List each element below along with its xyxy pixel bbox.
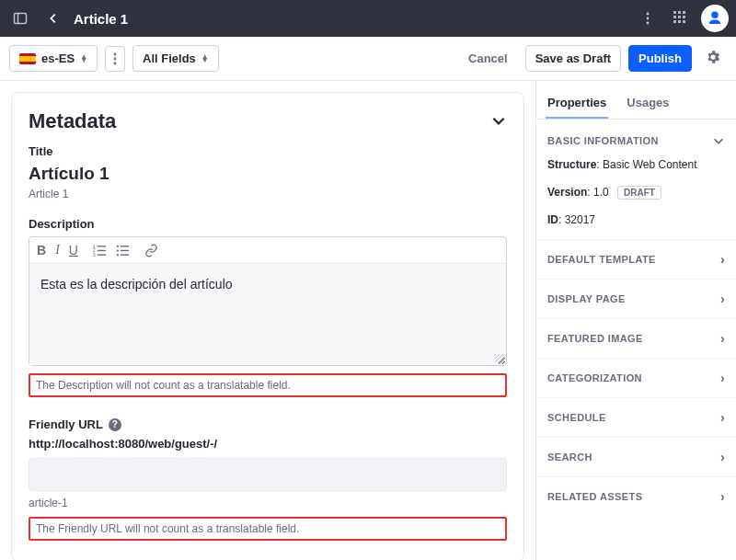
main-content: Metadata Title Artículo 1 Article 1 Desc… (0, 81, 535, 560)
version-label: Version (547, 186, 587, 199)
structure-label: Structure (547, 158, 596, 171)
svg-point-14 (117, 245, 119, 246)
friendly-url-base: http://localhost:8080/web/guest/-/ (29, 437, 507, 451)
ordered-list-button[interactable]: 123 (93, 244, 107, 257)
user-icon (707, 10, 723, 27)
toolbar-options-button[interactable] (105, 46, 125, 72)
panel-icon (13, 11, 28, 26)
bold-button[interactable]: B (37, 243, 46, 257)
tab-properties[interactable]: Properties (546, 88, 608, 119)
version-row: Version: 1.0 DRAFT (536, 182, 736, 202)
friendly-url-label: Friendly URL (29, 417, 103, 431)
section-label: SEARCH (547, 451, 592, 463)
properties-sidebar: Properties Usages BASIC INFORMATION Stru… (535, 81, 736, 560)
ol-icon: 123 (93, 244, 107, 257)
id-label: ID (547, 213, 558, 226)
panel-collapse-button[interactable] (490, 112, 507, 131)
user-avatar-button[interactable] (701, 5, 729, 32)
title-original: Article 1 (29, 188, 507, 200)
save-draft-button[interactable]: Save as Draft (525, 45, 621, 72)
back-button[interactable] (40, 6, 66, 31)
section-label: SCHEDULE (547, 412, 606, 423)
description-editor: B I U 123 (29, 236, 507, 366)
cancel-label: Cancel (468, 51, 508, 65)
kebab-icon (113, 52, 117, 65)
chevron-left-icon (47, 12, 60, 25)
section-label: DISPLAY PAGE (547, 293, 626, 304)
svg-point-5 (114, 52, 117, 55)
editor-toolbar: B I U 123 (29, 237, 506, 264)
basic-info-label: BASIC INFORMATION (547, 135, 659, 146)
description-textarea[interactable]: Esta es la descripción del artículo (29, 264, 506, 365)
resize-handle[interactable] (495, 354, 504, 363)
settings-button[interactable] (699, 45, 727, 72)
apps-menu-button[interactable] (668, 6, 694, 31)
tab-usages[interactable]: Usages (625, 88, 671, 119)
toggle-sidebar-button[interactable] (7, 6, 33, 31)
chevron-down-icon (712, 134, 725, 147)
svg-text:3: 3 (93, 253, 96, 257)
link-icon (144, 244, 158, 257)
locale-selector[interactable]: es-ES (9, 45, 98, 72)
basic-info-header[interactable]: BASIC INFORMATION (536, 120, 736, 154)
publish-label: Publish (638, 51, 682, 65)
link-button[interactable] (144, 244, 158, 257)
fields-filter-label: All Fields (143, 51, 196, 65)
more-menu-button[interactable] (635, 6, 661, 31)
kebab-icon (646, 12, 650, 25)
sidebar-tabs: Properties Usages (536, 88, 736, 120)
section-search[interactable]: SEARCH› (536, 437, 736, 476)
svg-point-6 (114, 57, 117, 60)
friendly-url-slug: article-1 (29, 497, 507, 509)
italic-button[interactable]: I (55, 243, 60, 257)
chevron-right-icon: › (720, 451, 725, 463)
chevron-right-icon: › (720, 371, 725, 384)
id-row: ID: 32017 (536, 210, 736, 230)
metadata-heading: Metadata (29, 109, 116, 133)
chevron-right-icon: › (720, 292, 725, 305)
unordered-list-button[interactable] (116, 244, 130, 257)
underline-button[interactable]: U (69, 243, 78, 257)
structure-row: Structure: Basic Web Content (536, 154, 736, 175)
description-warning: The Description will not count as a tran… (29, 373, 507, 397)
svg-point-2 (647, 13, 650, 16)
friendly-url-input[interactable] (29, 458, 507, 491)
chevron-right-icon: › (720, 332, 725, 345)
section-categorization[interactable]: CATEGORIZATION› (536, 358, 736, 397)
metadata-panel: Metadata Title Artículo 1 Article 1 Desc… (11, 92, 524, 560)
section-featured-image[interactable]: FEATURED IMAGE› (536, 318, 736, 358)
section-related-assets[interactable]: RELATED ASSETS› (536, 476, 736, 516)
section-default-template[interactable]: DEFAULT TEMPLATE› (536, 239, 736, 279)
svg-rect-0 (15, 14, 27, 24)
fields-filter[interactable]: All Fields (132, 45, 219, 72)
section-display-page[interactable]: DISPLAY PAGE› (536, 279, 736, 318)
chevron-right-icon: › (720, 411, 725, 424)
select-caret-icon (201, 55, 209, 63)
save-draft-label: Save as Draft (535, 51, 611, 65)
id-value: 32017 (565, 213, 595, 226)
svg-point-7 (114, 62, 117, 64)
chevron-right-icon: › (720, 490, 725, 503)
svg-point-16 (117, 249, 119, 251)
gear-icon (705, 49, 721, 65)
apps-grid-icon (673, 11, 688, 26)
chevron-right-icon: › (720, 253, 725, 266)
page-title: Article 1 (74, 11, 128, 27)
help-icon[interactable]: ? (109, 418, 121, 431)
section-label: RELATED ASSETS (547, 491, 642, 502)
description-label: Description (29, 217, 507, 231)
version-value: 1.0 (593, 186, 609, 199)
locale-label: es-ES (41, 51, 75, 65)
status-badge: DRAFT (617, 186, 661, 200)
select-caret-icon (80, 55, 87, 63)
cancel-button[interactable]: Cancel (458, 45, 518, 72)
section-schedule[interactable]: SCHEDULE› (536, 397, 736, 437)
structure-value: Basic Web Content (603, 158, 697, 171)
flag-es-icon (19, 53, 36, 64)
ul-icon (116, 244, 130, 257)
publish-button[interactable]: Publish (628, 45, 692, 72)
description-text: Esta es la descripción del artículo (40, 277, 233, 291)
section-label: FEATURED IMAGE (547, 333, 643, 344)
svg-point-18 (117, 254, 119, 256)
friendly-url-warning: The Friendly URL will not count as a tra… (29, 517, 507, 541)
